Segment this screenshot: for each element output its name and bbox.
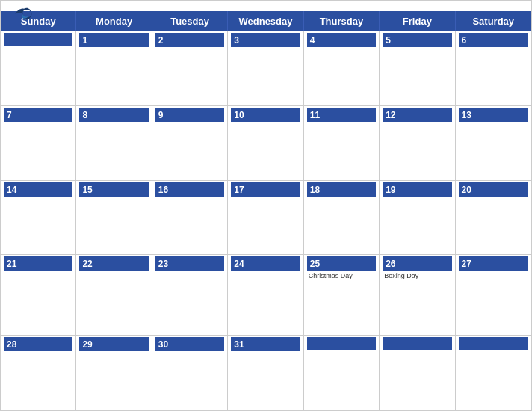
day-cell: 28: [1, 336, 76, 410]
day-cell: 27: [456, 255, 531, 336]
day-number-row: 27: [459, 256, 528, 271]
day-header-tuesday: Tuesday: [152, 11, 228, 31]
logo-bird-icon: [13, 7, 35, 22]
day-number-row: 31: [231, 337, 300, 351]
day-number-row: 28: [4, 337, 72, 351]
day-number-row: 24: [231, 256, 300, 271]
day-number: 22: [79, 257, 95, 271]
day-number: 10: [231, 108, 247, 122]
day-cell: 24: [228, 255, 303, 336]
day-number-row: 20: [459, 182, 528, 197]
day-number: 13: [459, 108, 474, 122]
day-number-row: 6: [459, 33, 528, 47]
day-cell: 23: [152, 255, 228, 336]
day-number-row: 7: [4, 108, 72, 122]
day-number: 6: [459, 34, 470, 47]
day-number-row: 23: [155, 256, 224, 271]
day-number: 31: [231, 338, 247, 351]
day-number-row: 16: [155, 182, 224, 197]
holiday-name: Christmas Day: [307, 272, 353, 279]
day-number: [4, 40, 10, 43]
day-number-row: [383, 337, 451, 350]
day-cell: [456, 336, 531, 410]
day-cell: 18: [304, 181, 380, 256]
day-number: 15: [79, 183, 95, 197]
day-number-row: [307, 337, 376, 350]
day-number-row: 1: [79, 33, 148, 47]
day-number-row: 10: [231, 108, 300, 122]
day-cell: 2: [152, 31, 228, 106]
day-cell: 6: [456, 31, 531, 106]
day-cell: 1: [76, 31, 152, 106]
day-number-row: 8: [79, 108, 148, 122]
day-number-row: 3: [231, 33, 300, 47]
day-header-friday: Friday: [380, 11, 455, 31]
day-cell: 3: [228, 31, 303, 106]
day-number: 7: [4, 108, 15, 122]
day-number-row: 4: [307, 33, 376, 47]
day-cell: 5: [380, 31, 455, 106]
day-number: 30: [155, 338, 171, 351]
day-number: 24: [231, 257, 247, 271]
day-cell: 4: [304, 31, 380, 106]
day-number-row: 29: [79, 337, 148, 351]
day-number: 21: [4, 257, 19, 271]
day-number-row: 25: [307, 256, 376, 271]
calendar-grid: 1234567891011121314151617181920212223242…: [1, 31, 531, 410]
day-number: 2: [155, 34, 167, 47]
day-cell: 20: [456, 181, 531, 256]
day-cell: [380, 336, 455, 410]
calendar: SundayMondayTuesdayWednesdayThursdayFrid…: [0, 0, 532, 411]
day-number: 14: [4, 183, 19, 197]
day-number-row: 11: [307, 108, 376, 122]
day-number: 27: [459, 257, 474, 271]
day-cell: 22: [76, 255, 152, 336]
calendar-header: [1, 1, 531, 11]
day-number-row: 18: [307, 182, 376, 197]
day-cell: 13: [456, 106, 531, 181]
day-number-row: 17: [231, 182, 300, 197]
day-number-row: 19: [383, 182, 451, 197]
day-number: 29: [79, 338, 95, 351]
day-number: 18: [307, 183, 323, 197]
day-cell: 9: [152, 106, 228, 181]
day-cell: 29: [76, 336, 152, 410]
day-number-row: 5: [383, 33, 451, 47]
day-number: 11: [307, 108, 323, 122]
day-number-row: 9: [155, 108, 224, 122]
day-cell: 30: [152, 336, 228, 410]
day-headers-row: SundayMondayTuesdayWednesdayThursdayFrid…: [1, 11, 531, 31]
day-number-row: 21: [4, 256, 72, 271]
day-number-row: 12: [383, 108, 451, 122]
day-cell: 25Christmas Day: [304, 255, 380, 336]
day-number-row: 2: [155, 33, 224, 47]
day-cell: 19: [380, 181, 455, 256]
day-cell: 21: [1, 255, 76, 336]
day-number-row: 13: [459, 108, 528, 122]
day-number-row: 22: [79, 256, 148, 271]
day-cell: 14: [1, 181, 76, 256]
day-number: 19: [383, 183, 398, 197]
day-cell: 12: [380, 106, 455, 181]
day-number-row: [459, 337, 528, 350]
day-number: [307, 344, 313, 347]
day-number: 1: [79, 34, 90, 47]
day-cell: 10: [228, 106, 303, 181]
day-number-row: 26: [383, 256, 451, 271]
holiday-name: Boxing Day: [383, 272, 418, 279]
day-cell: 8: [76, 106, 152, 181]
day-number: 3: [231, 34, 242, 47]
day-header-thursday: Thursday: [304, 11, 380, 31]
day-number: 20: [459, 183, 474, 197]
day-cell: 26Boxing Day: [380, 255, 455, 336]
day-number-row: 14: [4, 182, 72, 197]
day-number: 16: [155, 183, 171, 197]
day-cell: 31: [228, 336, 303, 410]
day-number: 8: [79, 108, 90, 122]
day-cell: 16: [152, 181, 228, 256]
day-cell: [1, 31, 76, 106]
day-number: 12: [383, 108, 398, 122]
day-number: 9: [155, 108, 167, 122]
day-number: 28: [4, 338, 19, 351]
logo-area: [13, 7, 38, 22]
